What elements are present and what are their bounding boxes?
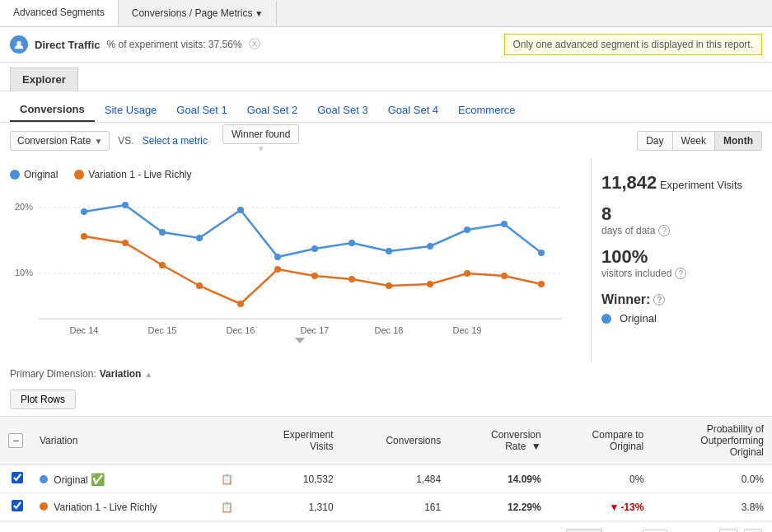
segment-label: Direct Traffic: [35, 39, 100, 51]
sub-tab-goal-set-2[interactable]: Goal Set 2: [237, 99, 307, 121]
days-info-icon[interactable]: ?: [658, 225, 670, 236]
row-orig-copy-cell: 📋: [213, 465, 241, 493]
row-var-conversions: 161: [342, 493, 450, 521]
winner-info-icon[interactable]: ?: [653, 294, 665, 306]
row-orig-conversion-rate: 14.09%: [449, 465, 550, 493]
svg-text:Dec 17: Dec 17: [301, 325, 330, 335]
select-metric-link[interactable]: Select a metric: [143, 135, 208, 147]
data-table: − Variation ExperimentVisits Conversions…: [0, 416, 772, 521]
svg-marker-12: [295, 338, 305, 343]
dimension-value: Variation: [100, 368, 142, 380]
metric-dropdown[interactable]: Conversion Rate ▼: [10, 131, 110, 151]
compare-down-indicator: ▼ -13%: [558, 502, 644, 513]
sub-tab-site-usage[interactable]: Site Usage: [95, 99, 167, 121]
rows-select[interactable]: 10 25 50: [566, 529, 602, 532]
svg-point-32: [311, 273, 318, 279]
winner-dot: [601, 314, 611, 324]
metric-row: Conversion Rate ▼ VS. Select a metric Wi…: [0, 123, 772, 159]
svg-point-34: [386, 282, 392, 289]
svg-point-36: [464, 270, 470, 277]
visitors-label: visitors included ?: [601, 268, 762, 279]
days-value: 8: [601, 203, 611, 224]
svg-point-16: [196, 235, 203, 241]
winner-variation-label: Original: [620, 312, 657, 324]
chart-container: 20% 10% Dec 14 Dec 15 Dec 16 Dec 17 Dec …: [10, 187, 581, 352]
svg-point-18: [274, 254, 281, 260]
segment-warning: Only one advanced segment is displayed i…: [504, 34, 763, 55]
time-btn-month[interactable]: Month: [715, 132, 761, 150]
svg-point-14: [122, 202, 129, 208]
visitors-info-icon[interactable]: ?: [675, 268, 686, 279]
col-header-minus: −: [0, 417, 31, 465]
table-footer: Show rows: 10 25 50 Go to: 1 - 2 of 2 ‹ …: [0, 521, 772, 532]
explorer-tab-bar: Explorer: [0, 63, 772, 91]
main-area: Original Variation 1 - Live Richly 20% 1…: [0, 159, 772, 362]
prev-page-button[interactable]: ‹: [719, 529, 737, 532]
row-orig-label: Original: [54, 474, 87, 486]
svg-text:Dec 16: Dec 16: [227, 325, 255, 335]
chart-area: Original Variation 1 - Live Richly 20% 1…: [0, 159, 591, 362]
row-var-copy-cell: 📋: [213, 493, 241, 521]
collapse-button[interactable]: −: [8, 433, 23, 448]
svg-text:Dec 19: Dec 19: [453, 325, 482, 335]
table-row: Original ✅ 📋 10,532 1,484 14.09% 0% 0.0%: [0, 465, 772, 493]
sub-tab-goal-set-3[interactable]: Goal Set 3: [307, 99, 377, 121]
row-orig-conversions: 1,484: [342, 465, 450, 493]
row-var-copy-icon[interactable]: 📋: [221, 502, 233, 513]
segment-icon: [10, 35, 28, 54]
row-var-conversion-rate: 12.29%: [449, 493, 550, 521]
row-var-checkbox[interactable]: [12, 500, 23, 511]
svg-point-26: [81, 233, 87, 240]
segment-close-button[interactable]: ⓧ: [249, 37, 260, 52]
segment-left: Direct Traffic % of experiment visits: 3…: [10, 35, 260, 54]
next-page-button[interactable]: ›: [744, 529, 762, 532]
time-btn-day[interactable]: Day: [638, 132, 672, 150]
table-row: Variation 1 - Live Richly 📋 1,310 161 12…: [0, 493, 772, 521]
sub-tab-conversions[interactable]: Conversions: [10, 98, 95, 122]
row-orig-conversion-rate-value: 14.09%: [508, 474, 541, 485]
stat-days: 8 days of data ?: [601, 203, 762, 236]
svg-point-31: [274, 266, 281, 273]
svg-point-21: [386, 248, 392, 254]
row-orig-visits: 10,532: [241, 465, 342, 493]
vs-text: VS.: [118, 135, 133, 147]
explorer-tab[interactable]: Explorer: [10, 68, 78, 91]
winner-variation: Original: [601, 312, 762, 324]
svg-text:Dec 14: Dec 14: [70, 325, 99, 335]
table-header-row: − Variation ExperimentVisits Conversions…: [0, 417, 772, 465]
svg-point-33: [349, 276, 355, 282]
row-orig-check-icon: ✅: [91, 473, 105, 486]
dimension-arrow: ▲: [144, 370, 152, 379]
metric-dropdown-arrow: ▼: [94, 137, 102, 146]
sub-tab-goal-set-4[interactable]: Goal Set 4: [378, 99, 448, 121]
stats-panel: 11,842 Experiment Visits 8 days of data …: [591, 159, 772, 362]
svg-point-17: [237, 207, 244, 213]
legend-label-original: Original: [24, 169, 58, 180]
svg-text:20%: 20%: [15, 202, 33, 212]
svg-point-15: [159, 229, 166, 236]
sort-icon: ▼: [531, 441, 541, 452]
col-header-compare: Compare toOriginal: [550, 417, 653, 465]
stat-experiment-visits: 11,842 Experiment Visits: [601, 172, 762, 194]
time-btn-week[interactable]: Week: [673, 132, 715, 150]
row-orig-checkbox[interactable]: [12, 472, 23, 483]
tab-advanced-segments[interactable]: Advanced Segments: [0, 0, 119, 26]
top-nav: Advanced Segments Conversions / Page Met…: [0, 0, 772, 27]
legend-item-variation: Variation 1 - Live Richly: [74, 169, 191, 180]
col-header-variation: Variation: [31, 417, 213, 465]
row-orig-copy-icon[interactable]: 📋: [221, 474, 233, 485]
row-orig-probability: 0.0%: [652, 465, 772, 493]
experiment-visits-label: Experiment Visits: [660, 179, 742, 191]
data-table-container: − Variation ExperimentVisits Conversions…: [0, 416, 772, 521]
plot-rows-button[interactable]: Plot Rows: [10, 390, 76, 409]
row-var-dot: [40, 502, 48, 511]
tab-conversions-page-metrics[interactable]: Conversions / Page Metrics: [119, 1, 277, 26]
sub-tab-ecommerce[interactable]: Ecommerce: [448, 99, 525, 121]
col-header-probability: Probability ofOutperformingOriginal: [652, 417, 772, 465]
svg-point-30: [237, 301, 244, 307]
row-orig-label-cell: Original ✅: [31, 465, 213, 493]
svg-point-25: [538, 250, 545, 256]
winner-section: Winner: ?: [601, 292, 762, 307]
sub-tab-goal-set-1[interactable]: Goal Set 1: [166, 99, 236, 121]
time-buttons: Day Week Month: [637, 131, 762, 151]
